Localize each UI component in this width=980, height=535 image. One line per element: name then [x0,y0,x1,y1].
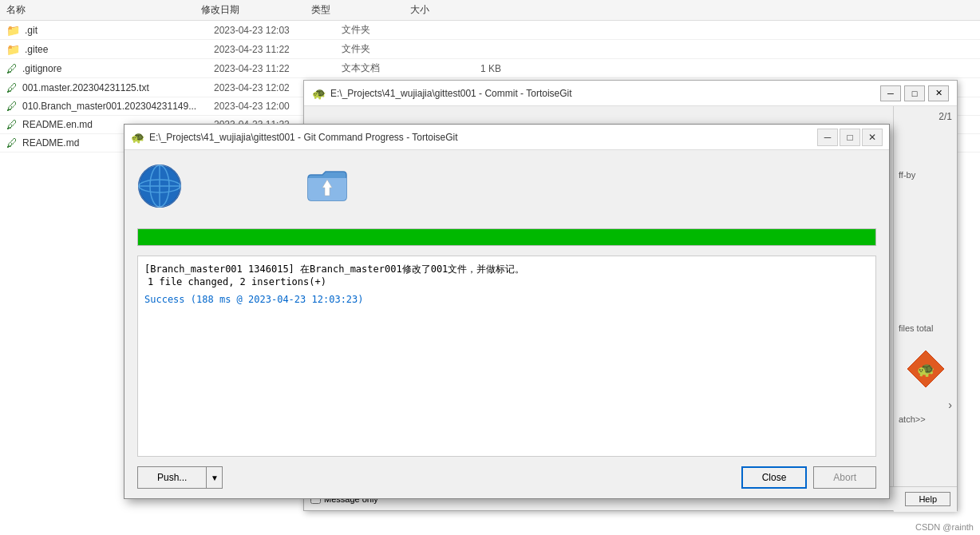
push-button-group: Push... ▼ [137,466,223,489]
file-icon: 🖊 [6,62,18,75]
globe-icon [137,164,185,212]
output-line-3: Success (188 ms @ 2023-04-23 12:03:23) [144,294,869,305]
file-icon: 🖊 [6,137,18,149]
progress-bar-container [137,228,876,246]
commit-dialog-titlebar: 🐢 E:\_Projects\41_wujiajia\gittest001 - … [304,81,957,106]
progress-title-text: 🐢 E:\_Projects\41_wujiajia\gittest001 - … [131,131,458,144]
patch-label: atch>> [899,414,952,424]
commit-dialog-title: 🐢 E:\_Projects\41_wujiajia\gittest001 - … [312,87,572,100]
progress-footer: Push... ▼ Close Abort [137,466,876,489]
file-name-label: .gitignore [22,63,61,74]
progress-bar-fill [138,229,875,245]
list-item[interactable]: 📁 .gitee 2023-04-23 11:22 文件夹 [0,40,980,59]
list-item[interactable]: 📁 .git 2023-04-23 12:03 文件夹 [0,21,980,40]
progress-icons-area [137,160,876,216]
svg-text:🐢: 🐢 [917,361,935,378]
tortoise-progress-icon: 🐢 [131,131,144,144]
csdn-watermark: CSDN @rainth [915,522,974,532]
file-icon: 🖊 [6,81,18,94]
col-name: 名称 [6,3,26,17]
file-icon: 🖊 [6,118,18,131]
progress-maximize-button[interactable]: □ [840,129,860,146]
progress-titlebar: 🐢 E:\_Projects\41_wujiajia\gittest001 - … [124,125,889,150]
commit-dialog-controls: ─ □ ✕ [880,85,949,101]
close-button[interactable]: ✕ [928,85,949,101]
col-size: 大小 [410,3,429,17]
folder-upload-icon [305,164,353,212]
maximize-button[interactable]: □ [904,85,925,101]
tortoise-logo-area: 🐢 [899,349,952,390]
folder-icon: 📁 [6,43,20,56]
abort-button[interactable]: Abort [813,466,876,489]
folder-upload-svg [305,164,350,208]
footer-right-buttons: Close Abort [741,466,876,489]
col-date: 修改日期 [201,3,239,17]
file-name-label: README.en.md [22,119,93,130]
close-button[interactable]: Close [741,466,808,489]
progress-minimize-button[interactable]: ─ [817,129,838,146]
counter-label: 2/1 [899,111,952,122]
col-type: 类型 [311,3,330,17]
push-dropdown-button[interactable]: ▼ [207,466,223,489]
chevron-down-icon: ▼ [211,474,219,482]
file-name-label: README.md [22,137,79,149]
file-name-label: .git [25,25,38,36]
progress-window-controls: ─ □ ✕ [817,129,883,146]
output-line-1: [Branch_master001 1346015] 在Branch_maste… [144,263,869,276]
progress-dialog: 🐢 E:\_Projects\41_wujiajia\gittest001 - … [124,124,890,499]
file-name-label: 010.Branch_master001.202304231149... [22,101,196,112]
output-area: [Branch_master001 1346015] 在Branch_maste… [137,256,876,457]
file-icon: 🖊 [6,100,18,113]
files-total-label: files total [899,323,952,333]
folder-icon: 📁 [6,24,20,37]
tortoise-diamond-icon: 🐢 [906,349,946,389]
help-button[interactable]: Help [905,492,950,506]
minimize-button[interactable]: ─ [880,85,901,101]
arrow-right-icon: › [899,398,952,411]
tortoise-icon-small: 🐢 [312,87,326,100]
file-explorer-header: 名称 修改日期 类型 大小 [0,0,980,21]
push-button[interactable]: Push... [137,466,207,489]
file-name-label: .gitee [25,44,48,55]
progress-close-button[interactable]: ✕ [862,129,883,146]
list-item[interactable]: 🖊 .gitignore 2023-04-23 11:22 文本文档 1 KB [0,59,980,78]
progress-body: [Branch_master001 1346015] 在Branch_maste… [124,150,889,498]
signoff-label: ff-by [899,170,952,180]
output-line-2: 1 file changed, 2 insertions(+) [148,276,869,287]
file-name-label: 001.master.202304231125.txt [22,82,149,93]
globe-svg [137,164,182,208]
